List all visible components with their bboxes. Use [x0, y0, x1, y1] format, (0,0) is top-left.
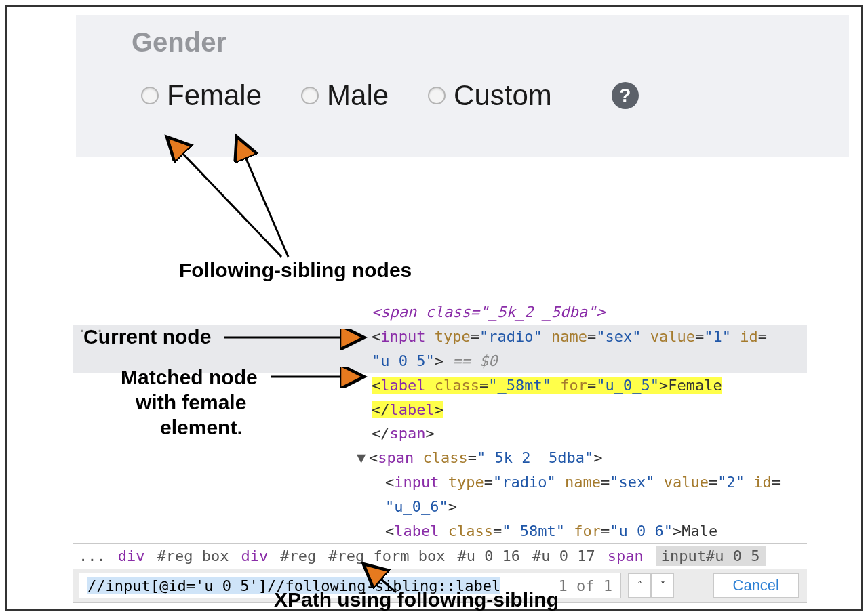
radio-icon[interactable]	[428, 87, 446, 104]
crumb[interactable]: span	[608, 548, 644, 564]
crumb[interactable]: #u_0_16	[457, 548, 520, 564]
svg-line-0	[168, 138, 281, 257]
code-line-label-male[interactable]: <label class=" 58mt" for="u 0 6">Male	[73, 519, 807, 543]
svg-line-4	[365, 565, 396, 592]
arrow-following-sibling	[136, 131, 380, 264]
radio-icon[interactable]	[301, 87, 319, 104]
code-line-input-male[interactable]: <input type="radio" name="sex" value="2"…	[73, 470, 807, 495]
radio-icon[interactable]	[141, 87, 159, 104]
chevron-down-icon: ˅	[660, 579, 666, 593]
radio-group-female[interactable]: Female	[141, 79, 262, 112]
code-line-input-male-2[interactable]: "u_0_6">	[73, 495, 807, 519]
gender-radio-row: Female Male Custom ?	[141, 79, 849, 112]
code-line-span2[interactable]: ▼<span class="_5k_2 _5dba">	[73, 446, 807, 470]
crumb-selected[interactable]: input#u_0_5	[656, 546, 766, 566]
radio-label-female[interactable]: Female	[167, 79, 262, 112]
chevron-up-icon: ˄	[637, 579, 643, 593]
code-line-truncated[interactable]: <span class="_5k_2 _5dba">	[73, 300, 807, 325]
arrow-current-node	[222, 329, 372, 350]
crumb[interactable]: #reg_box	[157, 548, 229, 564]
annotation-matched-node-1: Matched node	[121, 366, 258, 389]
elements-breadcrumb[interactable]: ... div #reg_box div #reg #reg_form_box …	[73, 543, 807, 569]
gender-title: Gender	[132, 27, 849, 58]
arrow-xpath	[355, 561, 437, 595]
svg-line-1	[237, 138, 288, 257]
diagram-frame: Gender Female Male Custom ? Follo	[5, 5, 863, 611]
search-prev-button[interactable]: ˄	[628, 573, 651, 598]
crumb[interactable]: #reg	[280, 548, 316, 564]
help-icon[interactable]: ?	[612, 82, 639, 109]
radio-label-custom[interactable]: Custom	[454, 79, 552, 112]
search-nav: ˄ ˅	[628, 573, 674, 598]
crumb[interactable]: div	[118, 548, 145, 564]
search-cancel-button[interactable]: Cancel	[713, 573, 799, 598]
search-count: 1 of 1	[559, 577, 612, 594]
search-next-button[interactable]: ˅	[651, 573, 674, 598]
disclosure-triangle-icon: ▼	[357, 447, 369, 469]
crumb[interactable]: div	[241, 548, 268, 564]
annotation-current-node: Current node	[83, 325, 211, 348]
arrow-matched-node	[270, 367, 372, 388]
crumb[interactable]: ...	[79, 548, 106, 564]
annotation-matched-node-3: element.	[160, 416, 243, 439]
crumb[interactable]: #u_0_17	[532, 548, 595, 564]
radio-group-male[interactable]: Male	[301, 79, 389, 112]
radio-group-custom[interactable]: Custom	[428, 79, 552, 112]
radio-label-male[interactable]: Male	[327, 79, 389, 112]
annotation-following-sibling: Following-sibling nodes	[179, 259, 412, 282]
annotation-matched-node-2: with female	[136, 391, 246, 414]
